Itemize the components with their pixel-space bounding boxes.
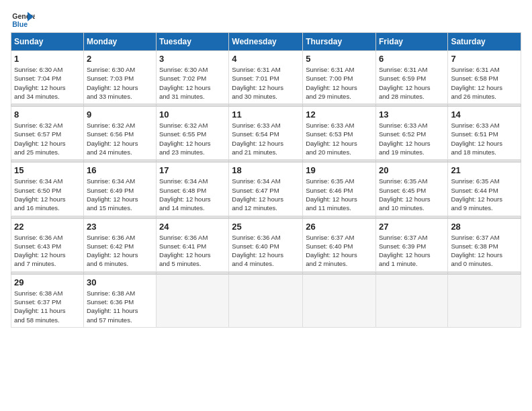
calendar-cell: 19Sunrise: 6:35 AMSunset: 6:46 PMDayligh…: [303, 163, 376, 216]
calendar-cell: 1Sunrise: 6:30 AMSunset: 7:04 PMDaylight…: [11, 51, 84, 104]
calendar-cell: 22Sunrise: 6:36 AMSunset: 6:43 PMDayligh…: [11, 218, 84, 271]
day-info: Sunrise: 6:35 AMSunset: 6:44 PMDaylight:…: [451, 177, 518, 212]
calendar-cell: 25Sunrise: 6:36 AMSunset: 6:40 PMDayligh…: [229, 218, 303, 271]
calendar-cell: 3Sunrise: 6:30 AMSunset: 7:02 PMDaylight…: [157, 51, 229, 104]
calendar-cell: 20Sunrise: 6:35 AMSunset: 6:45 PMDayligh…: [375, 163, 447, 216]
calendar-cell: 6Sunrise: 6:31 AMSunset: 6:59 PMDaylight…: [375, 51, 447, 104]
calendar-cell: [229, 274, 303, 327]
day-number: 17: [159, 165, 226, 175]
day-number: 26: [306, 222, 373, 232]
calendar-cell: 11Sunrise: 6:33 AMSunset: 6:54 PMDayligh…: [229, 107, 303, 160]
calendar-cell: 29Sunrise: 6:38 AMSunset: 6:37 PMDayligh…: [11, 274, 84, 327]
day-info: Sunrise: 6:34 AMSunset: 6:49 PMDaylight:…: [87, 177, 153, 212]
calendar-cell: 9Sunrise: 6:32 AMSunset: 6:56 PMDaylight…: [83, 107, 156, 160]
day-number: 22: [14, 222, 81, 232]
day-number: 8: [14, 109, 81, 120]
day-info: Sunrise: 6:38 AMSunset: 6:37 PMDaylight:…: [14, 289, 81, 324]
day-info: Sunrise: 6:36 AMSunset: 6:41 PMDaylight:…: [159, 233, 226, 269]
day-info: Sunrise: 6:37 AMSunset: 6:39 PMDaylight:…: [379, 233, 445, 269]
day-info: Sunrise: 6:35 AMSunset: 6:46 PMDaylight:…: [306, 177, 373, 212]
day-info: Sunrise: 6:36 AMSunset: 6:43 PMDaylight:…: [14, 233, 81, 269]
calendar-cell: [157, 274, 229, 327]
calendar-cell: 15Sunrise: 6:34 AMSunset: 6:50 PMDayligh…: [11, 163, 84, 216]
header-saturday: Saturday: [448, 33, 521, 51]
day-info: Sunrise: 6:35 AMSunset: 6:45 PMDaylight:…: [379, 177, 445, 212]
calendar-cell: 4Sunrise: 6:31 AMSunset: 7:01 PMDaylight…: [229, 51, 303, 104]
day-info: Sunrise: 6:36 AMSunset: 6:42 PMDaylight:…: [87, 233, 153, 269]
day-number: 28: [451, 222, 518, 232]
day-info: Sunrise: 6:31 AMSunset: 6:58 PMDaylight:…: [451, 65, 518, 101]
header-thursday: Thursday: [303, 33, 376, 51]
day-info: Sunrise: 6:36 AMSunset: 6:40 PMDaylight:…: [232, 233, 300, 269]
day-number: 12: [306, 109, 373, 120]
calendar-cell: 27Sunrise: 6:37 AMSunset: 6:39 PMDayligh…: [375, 218, 447, 271]
day-number: 7: [451, 54, 518, 64]
day-info: Sunrise: 6:33 AMSunset: 6:51 PMDaylight:…: [451, 121, 518, 156]
day-number: 4: [232, 54, 300, 64]
calendar-cell: 16Sunrise: 6:34 AMSunset: 6:49 PMDayligh…: [83, 163, 156, 216]
header-monday: Monday: [83, 33, 156, 51]
calendar-cell: 26Sunrise: 6:37 AMSunset: 6:40 PMDayligh…: [303, 218, 376, 271]
day-info: Sunrise: 6:34 AMSunset: 6:50 PMDaylight:…: [14, 177, 81, 212]
svg-text:Blue: Blue: [12, 20, 28, 28]
day-info: Sunrise: 6:31 AMSunset: 7:00 PMDaylight:…: [306, 65, 373, 101]
day-info: Sunrise: 6:34 AMSunset: 6:48 PMDaylight:…: [159, 177, 226, 212]
day-number: 1: [14, 54, 81, 64]
day-info: Sunrise: 6:33 AMSunset: 6:54 PMDaylight:…: [232, 121, 300, 156]
day-number: 20: [379, 165, 445, 175]
day-number: 3: [159, 54, 226, 64]
day-number: 9: [87, 109, 153, 120]
logo: General Blue: [11, 11, 35, 30]
day-info: Sunrise: 6:38 AMSunset: 6:36 PMDaylight:…: [87, 289, 153, 324]
day-info: Sunrise: 6:30 AMSunset: 7:02 PMDaylight:…: [159, 65, 226, 101]
calendar-week-2: 8Sunrise: 6:32 AMSunset: 6:57 PMDaylight…: [11, 107, 521, 160]
calendar-cell: [375, 274, 447, 327]
day-number: 30: [87, 277, 153, 287]
day-number: 27: [379, 222, 445, 232]
header-tuesday: Tuesday: [157, 33, 229, 51]
day-number: 11: [232, 109, 300, 120]
calendar-cell: 28Sunrise: 6:37 AMSunset: 6:38 PMDayligh…: [448, 218, 521, 271]
day-number: 2: [87, 54, 153, 64]
day-info: Sunrise: 6:32 AMSunset: 6:57 PMDaylight:…: [14, 121, 81, 156]
calendar-cell: 24Sunrise: 6:36 AMSunset: 6:41 PMDayligh…: [157, 218, 229, 271]
calendar-week-1: 1Sunrise: 6:30 AMSunset: 7:04 PMDaylight…: [11, 51, 521, 104]
day-number: 16: [87, 165, 153, 175]
calendar-cell: 13Sunrise: 6:33 AMSunset: 6:52 PMDayligh…: [375, 107, 447, 160]
header-sunday: Sunday: [11, 33, 84, 51]
day-number: 15: [14, 165, 81, 175]
calendar-cell: 10Sunrise: 6:32 AMSunset: 6:55 PMDayligh…: [157, 107, 229, 160]
calendar-cell: 21Sunrise: 6:35 AMSunset: 6:44 PMDayligh…: [448, 163, 521, 216]
calendar-week-4: 22Sunrise: 6:36 AMSunset: 6:43 PMDayligh…: [11, 218, 521, 271]
calendar-cell: 7Sunrise: 6:31 AMSunset: 6:58 PMDaylight…: [448, 51, 521, 104]
day-number: 25: [232, 222, 300, 232]
day-number: 23: [87, 222, 153, 232]
day-number: 14: [451, 109, 518, 120]
day-info: Sunrise: 6:32 AMSunset: 6:55 PMDaylight:…: [159, 121, 226, 156]
calendar-cell: [303, 274, 376, 327]
day-number: 18: [232, 165, 300, 175]
day-info: Sunrise: 6:33 AMSunset: 6:52 PMDaylight:…: [379, 121, 445, 156]
day-number: 24: [159, 222, 226, 232]
calendar-cell: 23Sunrise: 6:36 AMSunset: 6:42 PMDayligh…: [83, 218, 156, 271]
day-number: 21: [451, 165, 518, 175]
day-info: Sunrise: 6:37 AMSunset: 6:38 PMDaylight:…: [451, 233, 518, 269]
calendar-week-5: 29Sunrise: 6:38 AMSunset: 6:37 PMDayligh…: [11, 274, 521, 327]
calendar-cell: 8Sunrise: 6:32 AMSunset: 6:57 PMDaylight…: [11, 107, 84, 160]
calendar-cell: [448, 274, 521, 327]
calendar-cell: 30Sunrise: 6:38 AMSunset: 6:36 PMDayligh…: [83, 274, 156, 327]
calendar-cell: 18Sunrise: 6:34 AMSunset: 6:47 PMDayligh…: [229, 163, 303, 216]
calendar-week-3: 15Sunrise: 6:34 AMSunset: 6:50 PMDayligh…: [11, 163, 521, 216]
day-number: 5: [306, 54, 373, 64]
calendar-cell: 14Sunrise: 6:33 AMSunset: 6:51 PMDayligh…: [448, 107, 521, 160]
calendar-cell: 12Sunrise: 6:33 AMSunset: 6:53 PMDayligh…: [303, 107, 376, 160]
day-info: Sunrise: 6:30 AMSunset: 7:03 PMDaylight:…: [87, 65, 153, 101]
header-wednesday: Wednesday: [229, 33, 303, 51]
day-info: Sunrise: 6:31 AMSunset: 7:01 PMDaylight:…: [232, 65, 300, 101]
day-number: 19: [306, 165, 373, 175]
page-header: General Blue: [11, 11, 521, 30]
calendar-cell: 2Sunrise: 6:30 AMSunset: 7:03 PMDaylight…: [83, 51, 156, 104]
calendar-cell: 17Sunrise: 6:34 AMSunset: 6:48 PMDayligh…: [157, 163, 229, 216]
day-info: Sunrise: 6:37 AMSunset: 6:40 PMDaylight:…: [306, 233, 373, 269]
day-number: 13: [379, 109, 445, 120]
